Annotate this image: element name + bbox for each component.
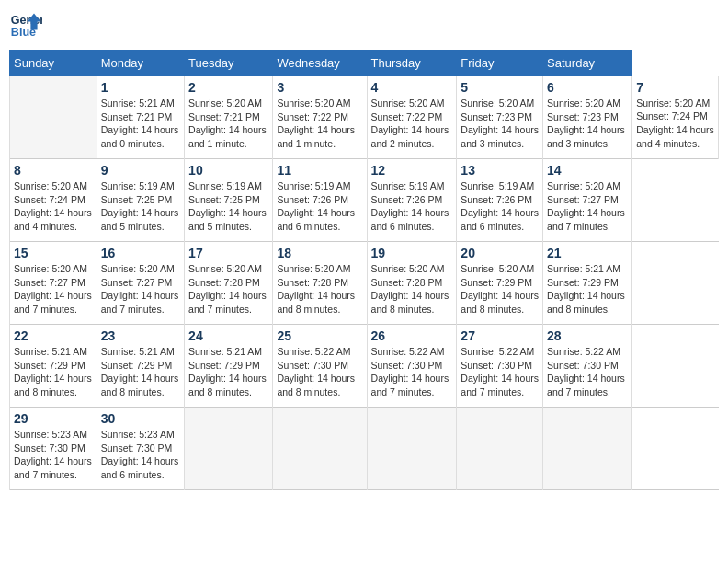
sunset-text: Sunset: 7:29 PM xyxy=(461,277,532,288)
calendar-week-row: 29Sunrise: 5:23 AMSunset: 7:30 PMDayligh… xyxy=(10,408,719,490)
daylight-text: Daylight: 14 hours and 8 minutes. xyxy=(188,373,267,397)
daylight-text: Daylight: 14 hours and 7 minutes. xyxy=(461,373,539,397)
calendar-cell: 29Sunrise: 5:23 AMSunset: 7:30 PMDayligh… xyxy=(10,408,97,490)
daylight-text: Daylight: 14 hours and 4 minutes. xyxy=(636,124,714,149)
calendar-cell: 16Sunrise: 5:20 AMSunset: 7:27 PMDayligh… xyxy=(97,242,184,325)
day-number: 5 xyxy=(461,80,539,95)
calendar-week-row: 1Sunrise: 5:21 AMSunset: 7:21 PMDaylight… xyxy=(10,76,719,159)
daylight-text: Daylight: 14 hours and 8 minutes. xyxy=(547,290,625,315)
day-info: Sunrise: 5:22 AMSunset: 7:30 PMDaylight:… xyxy=(277,345,362,399)
day-info: Sunrise: 5:23 AMSunset: 7:30 PMDaylight:… xyxy=(14,428,93,482)
daylight-text: Daylight: 14 hours and 5 minutes. xyxy=(101,207,179,232)
calendar-cell xyxy=(543,408,632,490)
daylight-text: Daylight: 14 hours and 0 minutes. xyxy=(101,124,179,149)
day-number: 15 xyxy=(14,246,93,260)
logo: General Blue xyxy=(9,9,42,42)
sunrise-text: Sunrise: 5:19 AM xyxy=(188,180,262,191)
sunrise-text: Sunrise: 5:20 AM xyxy=(101,263,175,274)
sunrise-text: Sunrise: 5:21 AM xyxy=(14,346,87,357)
day-number: 1 xyxy=(101,80,180,95)
sunrise-text: Sunrise: 5:22 AM xyxy=(547,346,620,357)
sunset-text: Sunset: 7:25 PM xyxy=(188,194,260,205)
calendar-cell: 1Sunrise: 5:21 AMSunset: 7:21 PMDaylight… xyxy=(97,76,184,159)
day-info: Sunrise: 5:20 AMSunset: 7:21 PMDaylight:… xyxy=(188,97,268,151)
daylight-text: Daylight: 14 hours and 8 minutes. xyxy=(371,290,449,315)
calendar-cell: 2Sunrise: 5:20 AMSunset: 7:21 PMDaylight… xyxy=(185,76,273,159)
calendar-cell xyxy=(457,408,543,490)
sunrise-text: Sunrise: 5:22 AM xyxy=(277,346,350,357)
daylight-text: Daylight: 14 hours and 7 minutes. xyxy=(371,373,449,397)
sunrise-text: Sunrise: 5:21 AM xyxy=(188,346,262,357)
calendar-cell: 25Sunrise: 5:22 AMSunset: 7:30 PMDayligh… xyxy=(273,325,367,408)
day-info: Sunrise: 5:21 AMSunset: 7:21 PMDaylight:… xyxy=(101,97,180,151)
sunset-text: Sunset: 7:21 PM xyxy=(101,111,173,122)
sunrise-text: Sunrise: 5:21 AM xyxy=(101,98,175,109)
daylight-text: Daylight: 14 hours and 6 minutes. xyxy=(101,455,179,480)
weekday-header-saturday: Saturday xyxy=(543,51,632,76)
day-number: 16 xyxy=(101,246,180,260)
calendar-cell xyxy=(10,76,97,159)
sunset-text: Sunset: 7:28 PM xyxy=(277,277,348,288)
day-info: Sunrise: 5:20 AMSunset: 7:22 PMDaylight:… xyxy=(371,97,453,151)
day-number: 6 xyxy=(547,80,628,95)
day-number: 10 xyxy=(188,163,268,178)
calendar-cell: 5Sunrise: 5:20 AMSunset: 7:23 PMDaylight… xyxy=(457,76,543,159)
sunrise-text: Sunrise: 5:23 AM xyxy=(14,429,87,440)
day-info: Sunrise: 5:20 AMSunset: 7:24 PMDaylight:… xyxy=(14,179,93,234)
day-info: Sunrise: 5:20 AMSunset: 7:28 PMDaylight:… xyxy=(188,262,268,316)
sunset-text: Sunset: 7:29 PM xyxy=(101,360,173,371)
sunset-text: Sunset: 7:22 PM xyxy=(371,111,443,122)
sunrise-text: Sunrise: 5:20 AM xyxy=(636,98,710,109)
daylight-text: Daylight: 14 hours and 8 minutes. xyxy=(101,373,179,397)
day-info: Sunrise: 5:20 AMSunset: 7:27 PMDaylight:… xyxy=(101,262,180,316)
calendar-cell xyxy=(367,408,457,490)
sunset-text: Sunset: 7:24 PM xyxy=(14,194,85,205)
sunset-text: Sunset: 7:29 PM xyxy=(14,360,85,371)
calendar-cell: 23Sunrise: 5:21 AMSunset: 7:29 PMDayligh… xyxy=(97,325,184,408)
day-number: 18 xyxy=(277,246,362,260)
calendar-week-row: 15Sunrise: 5:20 AMSunset: 7:27 PMDayligh… xyxy=(10,242,719,325)
day-info: Sunrise: 5:19 AMSunset: 7:26 PMDaylight:… xyxy=(461,179,539,234)
calendar-cell: 26Sunrise: 5:22 AMSunset: 7:30 PMDayligh… xyxy=(367,325,457,408)
sunset-text: Sunset: 7:30 PM xyxy=(14,442,85,454)
calendar-cell xyxy=(273,408,367,490)
daylight-text: Daylight: 14 hours and 3 minutes. xyxy=(461,124,539,149)
daylight-text: Daylight: 14 hours and 6 minutes. xyxy=(371,207,449,232)
calendar-cell: 27Sunrise: 5:22 AMSunset: 7:30 PMDayligh… xyxy=(457,325,543,408)
sunrise-text: Sunrise: 5:22 AM xyxy=(371,346,445,357)
weekday-header-row: SundayMondayTuesdayWednesdayThursdayFrid… xyxy=(10,51,719,76)
day-info: Sunrise: 5:19 AMSunset: 7:25 PMDaylight:… xyxy=(188,179,268,234)
day-info: Sunrise: 5:20 AMSunset: 7:23 PMDaylight:… xyxy=(547,97,628,151)
day-number: 8 xyxy=(14,163,93,178)
day-number: 27 xyxy=(461,328,539,343)
sunrise-text: Sunrise: 5:20 AM xyxy=(547,180,620,191)
calendar-cell: 18Sunrise: 5:20 AMSunset: 7:28 PMDayligh… xyxy=(273,242,367,325)
calendar-cell: 14Sunrise: 5:20 AMSunset: 7:27 PMDayligh… xyxy=(543,159,632,242)
calendar-cell: 4Sunrise: 5:20 AMSunset: 7:22 PMDaylight… xyxy=(367,76,457,159)
day-info: Sunrise: 5:20 AMSunset: 7:22 PMDaylight:… xyxy=(277,97,362,151)
day-info: Sunrise: 5:19 AMSunset: 7:25 PMDaylight:… xyxy=(101,179,180,234)
daylight-text: Daylight: 14 hours and 7 minutes. xyxy=(188,290,267,315)
day-number: 9 xyxy=(101,163,180,178)
sunrise-text: Sunrise: 5:20 AM xyxy=(188,263,262,274)
sunset-text: Sunset: 7:29 PM xyxy=(547,277,619,288)
daylight-text: Daylight: 14 hours and 2 minutes. xyxy=(371,124,449,149)
sunset-text: Sunset: 7:27 PM xyxy=(14,277,85,288)
calendar-table: SundayMondayTuesdayWednesdayThursdayFrid… xyxy=(9,50,719,490)
calendar-cell: 19Sunrise: 5:20 AMSunset: 7:28 PMDayligh… xyxy=(367,242,457,325)
weekday-header-sunday: Sunday xyxy=(10,51,97,76)
sunrise-text: Sunrise: 5:19 AM xyxy=(101,180,175,191)
sunset-text: Sunset: 7:30 PM xyxy=(277,360,348,371)
weekday-header-tuesday: Tuesday xyxy=(185,51,273,76)
sunset-text: Sunset: 7:30 PM xyxy=(371,360,443,371)
day-info: Sunrise: 5:20 AMSunset: 7:23 PMDaylight:… xyxy=(461,97,539,151)
day-info: Sunrise: 5:19 AMSunset: 7:26 PMDaylight:… xyxy=(371,179,453,234)
sunset-text: Sunset: 7:23 PM xyxy=(461,111,532,122)
day-info: Sunrise: 5:21 AMSunset: 7:29 PMDaylight:… xyxy=(101,345,180,399)
sunrise-text: Sunrise: 5:20 AM xyxy=(14,180,87,191)
sunset-text: Sunset: 7:21 PM xyxy=(188,111,260,122)
day-number: 2 xyxy=(188,80,268,95)
sunset-text: Sunset: 7:22 PM xyxy=(277,111,348,122)
calendar-cell: 8Sunrise: 5:20 AMSunset: 7:24 PMDaylight… xyxy=(10,159,97,242)
weekday-header-monday: Monday xyxy=(97,51,184,76)
